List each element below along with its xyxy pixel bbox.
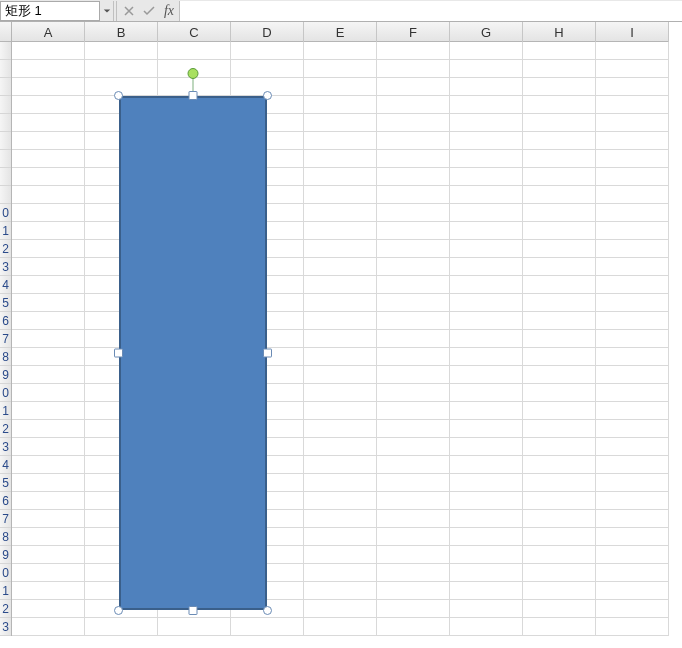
row-header[interactable] [0, 186, 11, 204]
insert-function-button[interactable]: fx [159, 1, 179, 21]
row-header[interactable]: 9 [0, 546, 11, 564]
cell[interactable] [377, 330, 450, 348]
cell[interactable] [377, 402, 450, 420]
cell[interactable] [85, 42, 158, 60]
row-header[interactable]: 3 [0, 438, 11, 456]
cell[interactable] [523, 60, 596, 78]
shape-rectangle[interactable] [119, 96, 267, 610]
cell[interactable] [85, 618, 158, 636]
row-header[interactable]: 4 [0, 276, 11, 294]
cell[interactable] [377, 600, 450, 618]
cell[interactable] [523, 276, 596, 294]
cell[interactable] [523, 384, 596, 402]
row-header[interactable]: 2 [0, 420, 11, 438]
cell[interactable] [304, 150, 377, 168]
cell[interactable] [377, 528, 450, 546]
col-header-A[interactable]: A [12, 22, 85, 42]
cell[interactable] [596, 330, 669, 348]
row-header[interactable] [0, 42, 11, 60]
row-header[interactable]: 8 [0, 348, 11, 366]
cell[interactable] [377, 186, 450, 204]
cell[interactable] [596, 528, 669, 546]
cell[interactable] [523, 168, 596, 186]
row-header[interactable]: 1 [0, 402, 11, 420]
cell[interactable] [596, 60, 669, 78]
cell[interactable] [377, 114, 450, 132]
cell[interactable] [377, 96, 450, 114]
cell[interactable] [231, 60, 304, 78]
cell[interactable] [12, 168, 85, 186]
cell[interactable] [304, 78, 377, 96]
cell[interactable] [523, 420, 596, 438]
cell[interactable] [523, 546, 596, 564]
cell[interactable] [523, 492, 596, 510]
cell[interactable] [450, 186, 523, 204]
cell[interactable] [158, 42, 231, 60]
resize-handle-e[interactable] [263, 349, 272, 358]
cell[interactable] [596, 366, 669, 384]
cell[interactable] [450, 276, 523, 294]
cell[interactable] [596, 150, 669, 168]
row-header[interactable] [0, 132, 11, 150]
cell[interactable] [596, 168, 669, 186]
row-header[interactable]: 3 [0, 258, 11, 276]
row-header[interactable] [0, 150, 11, 168]
row-header[interactable] [0, 96, 11, 114]
cell[interactable] [450, 582, 523, 600]
cell[interactable] [377, 132, 450, 150]
cell[interactable] [377, 348, 450, 366]
cell[interactable] [304, 60, 377, 78]
col-header-C[interactable]: C [158, 22, 231, 42]
col-header-G[interactable]: G [450, 22, 523, 42]
row-header[interactable]: 5 [0, 474, 11, 492]
cell[interactable] [450, 546, 523, 564]
cell[interactable] [12, 60, 85, 78]
cell[interactable] [596, 186, 669, 204]
cell[interactable] [304, 564, 377, 582]
cell[interactable] [596, 258, 669, 276]
cell[interactable] [523, 456, 596, 474]
cell[interactable] [523, 528, 596, 546]
col-header-H[interactable]: H [523, 22, 596, 42]
cell[interactable] [450, 294, 523, 312]
cell[interactable] [523, 96, 596, 114]
cell[interactable] [304, 348, 377, 366]
cell[interactable] [596, 618, 669, 636]
cell[interactable] [450, 618, 523, 636]
cell[interactable] [596, 114, 669, 132]
cell[interactable] [304, 114, 377, 132]
cell[interactable] [450, 42, 523, 60]
cell[interactable] [377, 492, 450, 510]
cell[interactable] [377, 168, 450, 186]
cell[interactable] [596, 420, 669, 438]
cell[interactable] [450, 96, 523, 114]
cell[interactable] [596, 456, 669, 474]
cell[interactable] [304, 474, 377, 492]
row-header[interactable]: 3 [0, 618, 11, 636]
resize-handle-ne[interactable] [263, 91, 272, 100]
cell[interactable] [12, 348, 85, 366]
cell[interactable] [596, 348, 669, 366]
cell[interactable] [85, 60, 158, 78]
cell[interactable] [377, 204, 450, 222]
cell[interactable] [304, 186, 377, 204]
cell[interactable] [304, 618, 377, 636]
cell[interactable] [304, 42, 377, 60]
cell[interactable] [377, 222, 450, 240]
cell[interactable] [523, 240, 596, 258]
cell[interactable] [12, 474, 85, 492]
cell[interactable] [523, 600, 596, 618]
cell[interactable] [450, 510, 523, 528]
cell[interactable] [523, 564, 596, 582]
cell[interactable] [596, 510, 669, 528]
cell[interactable] [523, 582, 596, 600]
cell[interactable] [12, 42, 85, 60]
cell[interactable] [304, 294, 377, 312]
cell[interactable] [523, 222, 596, 240]
cell[interactable] [596, 600, 669, 618]
cell[interactable] [596, 474, 669, 492]
cell[interactable] [304, 546, 377, 564]
select-all-corner[interactable] [0, 22, 12, 42]
name-box[interactable]: 矩形 1 [0, 1, 100, 21]
cell[interactable] [377, 60, 450, 78]
